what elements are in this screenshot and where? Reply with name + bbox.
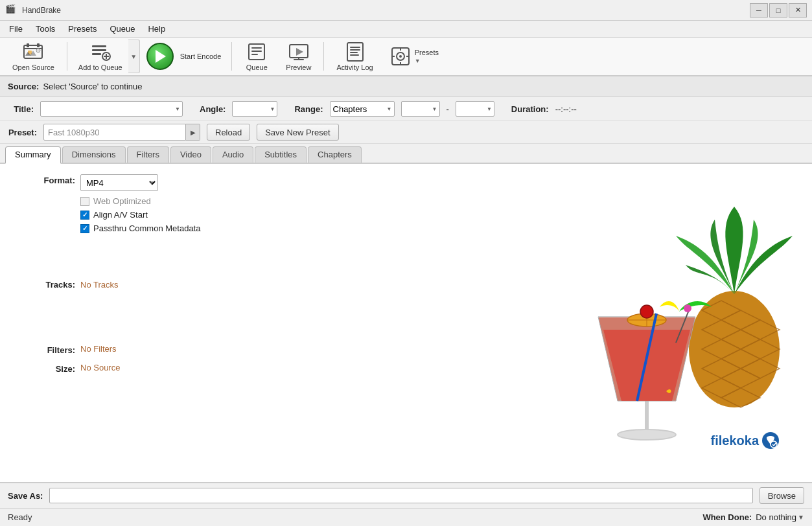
title-select[interactable] bbox=[40, 101, 183, 117]
svg-marker-17 bbox=[296, 48, 303, 56]
when-done-chevron-icon[interactable]: ▼ bbox=[798, 514, 804, 521]
open-source-icon bbox=[23, 41, 43, 62]
angle-select[interactable] bbox=[232, 101, 277, 117]
svg-rect-8 bbox=[92, 53, 101, 55]
add-to-queue-label: Add to Queue bbox=[78, 63, 122, 71]
svg-point-38 bbox=[640, 305, 653, 318]
filters-label: Filters: bbox=[10, 344, 75, 355]
activity-log-button[interactable]: Activity Log bbox=[329, 40, 380, 73]
save-new-preset-button[interactable]: Save New Preset bbox=[257, 124, 338, 141]
align-av-item: Align A/V Start bbox=[80, 210, 399, 220]
app-title: HandBrake bbox=[22, 6, 750, 15]
menu-presets[interactable]: Presets bbox=[62, 22, 103, 36]
tab-strip: Summary Dimensions Filters Video Audio S… bbox=[0, 144, 812, 164]
maximize-button[interactable]: □ bbox=[769, 3, 787, 17]
range-end-select[interactable] bbox=[456, 101, 494, 117]
svg-rect-18 bbox=[294, 59, 304, 60]
size-value: No Source bbox=[80, 363, 399, 374]
size-label: Size: bbox=[10, 363, 75, 374]
tab-subtitles[interactable]: Subtitles bbox=[255, 146, 307, 163]
decorative-image: filekoka bbox=[540, 177, 799, 469]
range-start-wrapper bbox=[401, 101, 440, 117]
tab-chapters[interactable]: Chapters bbox=[308, 146, 362, 163]
menu-queue[interactable]: Queue bbox=[103, 22, 141, 36]
range-end-wrapper bbox=[456, 101, 494, 117]
when-done-section: When Done: Do nothing ▼ bbox=[702, 512, 804, 522]
svg-point-43 bbox=[771, 441, 777, 448]
svg-rect-3 bbox=[37, 43, 40, 47]
format-select-wrap: MP4 MKV WebM bbox=[80, 174, 158, 191]
svg-rect-7 bbox=[92, 49, 106, 51]
source-label: Source: bbox=[8, 82, 39, 91]
add-to-queue-dropdown-button[interactable]: ▼ bbox=[128, 40, 140, 73]
web-optimized-item: Web Optimized bbox=[80, 196, 399, 206]
title-label: Title: bbox=[8, 104, 34, 114]
menu-file[interactable]: File bbox=[3, 22, 29, 36]
web-optimized-checkbox[interactable] bbox=[80, 197, 89, 206]
svg-point-34 bbox=[618, 429, 676, 440]
svg-rect-22 bbox=[350, 49, 360, 51]
title-bar: 🎬 HandBrake ─ □ ✕ bbox=[0, 0, 812, 21]
browse-button[interactable]: Browse bbox=[760, 487, 804, 504]
open-source-button[interactable]: Open Source bbox=[5, 40, 62, 73]
toolbar: Open Source Add to Queue ▼ Start Encode bbox=[0, 38, 812, 76]
when-done-select[interactable]: Do nothing ▼ bbox=[756, 512, 804, 522]
presets-label: Presets bbox=[415, 49, 439, 56]
format-checkboxes: Web Optimized Align A/V Start Passthru C… bbox=[80, 196, 399, 233]
range-select[interactable]: Chapters bbox=[330, 101, 395, 117]
menu-tools[interactable]: Tools bbox=[29, 22, 62, 36]
format-field: MP4 MKV WebM Web Optimized Align A/V Sta… bbox=[80, 174, 399, 233]
align-av-label: Align A/V Start bbox=[93, 210, 148, 220]
main-content: Format: MP4 MKV WebM Web Optimized Align… bbox=[0, 164, 812, 482]
tab-filters[interactable]: Filters bbox=[127, 146, 169, 163]
title-controls-row: Title: Angle: Range: Chapters - Duration… bbox=[0, 97, 812, 121]
minimize-button[interactable]: ─ bbox=[750, 3, 768, 17]
window-controls: ─ □ ✕ bbox=[750, 3, 807, 17]
angle-label: Angle: bbox=[200, 104, 226, 114]
tab-audio[interactable]: Audio bbox=[213, 146, 253, 163]
svg-rect-13 bbox=[251, 47, 262, 49]
start-encode-button[interactable] bbox=[146, 43, 174, 70]
duration-value: --:--:-- bbox=[555, 104, 577, 114]
activity-log-icon bbox=[345, 41, 365, 62]
source-bar: Source: Select 'Source' to continue bbox=[0, 76, 812, 97]
reload-button[interactable]: Reload bbox=[207, 124, 250, 141]
format-select[interactable]: MP4 MKV WebM bbox=[80, 174, 158, 191]
title-select-wrapper bbox=[40, 101, 183, 117]
add-to-queue-button[interactable]: Add to Queue bbox=[73, 40, 128, 73]
summary-fields: Format: MP4 MKV WebM Web Optimized Align… bbox=[10, 174, 399, 374]
svg-rect-2 bbox=[27, 43, 29, 47]
menu-help[interactable]: Help bbox=[141, 22, 172, 36]
save-as-label: Save As: bbox=[8, 491, 43, 501]
format-label: Format: bbox=[10, 174, 75, 233]
presets-button[interactable]: Presets ▼ bbox=[383, 40, 446, 73]
range-start-select[interactable] bbox=[401, 101, 440, 117]
svg-rect-24 bbox=[350, 54, 359, 56]
svg-rect-14 bbox=[251, 51, 262, 52]
toolbar-divider-2 bbox=[231, 42, 232, 71]
preset-dropdown-button[interactable]: ▶ bbox=[186, 124, 200, 141]
tab-summary[interactable]: Summary bbox=[5, 146, 61, 164]
svg-rect-15 bbox=[251, 54, 258, 55]
passthru-item: Passthru Common Metadata bbox=[80, 223, 399, 233]
start-encode-label: Start Encode bbox=[180, 52, 222, 60]
queue-button[interactable]: Queue bbox=[237, 40, 276, 73]
activity-log-label: Activity Log bbox=[336, 63, 373, 71]
preset-input[interactable] bbox=[43, 124, 186, 141]
passthru-label: Passthru Common Metadata bbox=[93, 223, 200, 233]
web-optimized-label: Web Optimized bbox=[93, 196, 151, 206]
save-as-input[interactable] bbox=[49, 488, 752, 503]
filekoka-watermark: filekoka bbox=[711, 431, 780, 450]
close-button[interactable]: ✕ bbox=[789, 3, 807, 17]
passthru-checkbox[interactable] bbox=[80, 224, 89, 233]
svg-point-41 bbox=[684, 304, 691, 312]
tab-dimensions[interactable]: Dimensions bbox=[62, 146, 126, 163]
preset-select-wrap: ▶ bbox=[43, 124, 200, 141]
menu-bar: File Tools Presets Queue Help bbox=[0, 21, 812, 38]
preview-button[interactable]: Preview bbox=[279, 40, 318, 73]
when-done-label: When Done: bbox=[702, 512, 752, 522]
align-av-checkbox[interactable] bbox=[80, 211, 89, 220]
tab-video[interactable]: Video bbox=[170, 146, 211, 163]
save-as-row: Save As: Browse bbox=[0, 482, 812, 508]
add-to-queue-group: Add to Queue ▼ bbox=[73, 40, 140, 73]
